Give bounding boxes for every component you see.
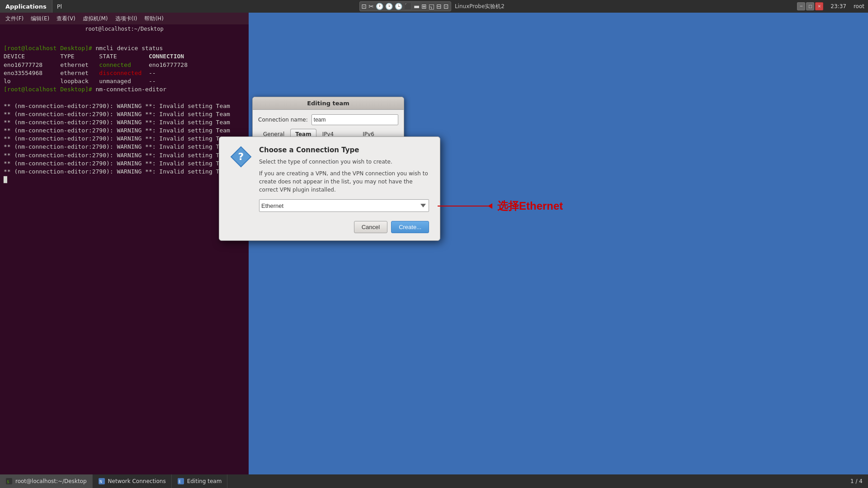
vm-controls[interactable]: ⊡ ✂ 🕐 🕑 🕒 ⬛ ▬ ⊞ ◱ ⊟ ⊡ <box>359 1 451 11</box>
svg-text:?: ? <box>238 151 244 162</box>
svg-text:E: E <box>179 480 181 484</box>
menu-tab[interactable]: 选项卡(I) <box>112 13 141 24</box>
editing-icon: E <box>177 478 184 485</box>
terminal-line-2: DEVICE TYPE STATE CONNECTION <box>4 53 184 60</box>
menu-help[interactable]: 帮助(H) <box>141 13 167 24</box>
choose-connection-dialog[interactable]: ? Choose a Connection Type Select the ty… <box>219 136 440 241</box>
terminal-line-5: lo loopback unmanaged -- <box>4 78 156 84</box>
connection-name-row: Connection name: <box>258 114 398 125</box>
terminal-menubar: 文件(F) 编辑(E) 查看(V) 虚拟机(M) 选项卡(I) 帮助(H) <box>0 13 249 24</box>
terminal-content[interactable]: [root@localhost Desktop]# nmcli device s… <box>0 33 249 195</box>
choose-dialog-desc1: Select the type of connection you wish t… <box>259 158 429 166</box>
terminal-warn-3: ** (nm-connection-editor:2790): WARNING … <box>4 119 230 126</box>
choose-dialog-desc2: If you are creating a VPN, and the VPN c… <box>259 169 429 194</box>
terminal-warn-1: ** (nm-connection-editor:2790): WARNING … <box>4 103 230 109</box>
vm-icon-10[interactable]: ⊟ <box>436 3 442 10</box>
choose-dialog-title: Choose a Connection Type <box>259 146 429 154</box>
taskbar-network-connections[interactable]: N Network Connections <box>93 474 172 488</box>
menu-edit[interactable]: 编辑(E) <box>27 13 53 24</box>
annotation-arrow <box>438 206 492 206</box>
vm-icon-1[interactable]: ⊡ <box>362 3 367 10</box>
menu-view[interactable]: 查看(V) <box>53 13 79 24</box>
menu-file[interactable]: 文件(F) <box>2 13 27 24</box>
choose-dialog-body: ? Choose a Connection Type Select the ty… <box>219 137 440 221</box>
terminal-warn-2: ** (nm-connection-editor:2790): WARNING … <box>4 111 230 117</box>
menu-vm[interactable]: 虚拟机(M) <box>79 13 112 24</box>
editing-dialog-title: Editing team <box>253 97 404 110</box>
taskbar-network-label: Network Connections <box>108 478 166 484</box>
terminal-icon: $ <box>5 478 13 485</box>
taskbar-terminal-label: root@localhost:~/Desktop <box>15 478 87 484</box>
terminal-warn-7: ** (nm-connection-editor:2790): WARNING … <box>4 152 230 159</box>
vm-icon-2[interactable]: ✂ <box>368 3 374 10</box>
network-icon: N <box>98 478 105 485</box>
vm-title: LinuxProbe实验机2 <box>455 3 505 10</box>
choose-dialog-footer: Cancel Create... <box>219 221 440 240</box>
window-controls[interactable]: ─ □ ✕ <box>797 2 823 10</box>
connection-type-dropdown[interactable]: Ethernet Wi-Fi Mobile Broadband DSL VPN … <box>259 199 429 212</box>
terminal-line-6: [root@localhost Desktop]# nm-connection-… <box>4 86 166 93</box>
vm-icon-6[interactable]: ⬛ <box>404 3 412 10</box>
svg-text:N: N <box>99 480 102 484</box>
connection-name-label: Connection name: <box>258 117 308 123</box>
vm-icon-11[interactable]: ⊡ <box>443 3 449 10</box>
clock: 23:37 <box>830 3 846 9</box>
vm-icon-4[interactable]: 🕑 <box>385 3 393 10</box>
vm-icon-7[interactable]: ▬ <box>414 3 420 10</box>
terminal-line-4: eno33554968 ethernet disconnected -- <box>4 70 156 76</box>
close-button[interactable]: ✕ <box>815 2 823 10</box>
bottom-taskbar: $ root@localhost:~/Desktop N Network Con… <box>0 474 868 488</box>
vm-icon-8[interactable]: ⊞ <box>421 3 427 10</box>
vm-icon-9[interactable]: ◱ <box>429 3 434 10</box>
taskbar-editing-team[interactable]: E Editing team <box>172 474 228 488</box>
connection-type-selector[interactable]: Ethernet Wi-Fi Mobile Broadband DSL VPN … <box>259 199 429 212</box>
terminal-line-1: [root@localhost Desktop]# nmcli device s… <box>4 45 163 52</box>
terminal-path: root@localhost:~/Desktop <box>85 26 163 32</box>
terminal-warn-5: ** (nm-connection-editor:2790): WARNING … <box>4 135 230 142</box>
terminal-warn-9: ** (nm-connection-editor:2790): WARNING … <box>4 168 230 175</box>
choose-create-button[interactable]: Create... <box>391 221 429 233</box>
terminal-cursor: █ <box>4 176 7 183</box>
minimize-button[interactable]: ─ <box>797 2 805 10</box>
svg-text:$: $ <box>7 479 9 484</box>
terminal-title-bar: root@localhost:~/Desktop <box>0 24 249 33</box>
terminal-warn-4: ** (nm-connection-editor:2790): WARNING … <box>4 127 230 134</box>
places-menu[interactable]: Pl <box>52 0 66 13</box>
username: root <box>854 3 864 9</box>
vm-icon-3[interactable]: 🕐 <box>376 3 383 10</box>
connection-name-input[interactable] <box>311 114 398 125</box>
choose-dialog-text: Choose a Connection Type Select the type… <box>259 146 429 212</box>
taskbar-page-info: 1 / 4 <box>850 478 868 484</box>
choose-cancel-button[interactable]: Cancel <box>354 221 387 233</box>
vm-icon-5[interactable]: 🕒 <box>395 3 402 10</box>
taskbar-editing-label: Editing team <box>187 478 222 484</box>
taskbar-terminal[interactable]: $ root@localhost:~/Desktop <box>0 474 93 488</box>
question-icon: ? <box>230 146 252 168</box>
terminal-warn-8: ** (nm-connection-editor:2790): WARNING … <box>4 160 230 167</box>
terminal-window: 文件(F) 编辑(E) 查看(V) 虚拟机(M) 选项卡(I) 帮助(H) ro… <box>0 13 249 474</box>
restore-button[interactable]: □ <box>806 2 814 10</box>
terminal-line-3: eno16777728 ethernet connected eno167777… <box>4 61 188 68</box>
top-taskbar: Applications Pl ⊡ ✂ 🕐 🕑 🕒 ⬛ ▬ ⊞ ◱ ⊟ ⊡ Li… <box>0 0 868 13</box>
terminal-warn-6: ** (nm-connection-editor:2790): WARNING … <box>4 143 230 150</box>
annotation: 选择Ethernet <box>438 199 563 213</box>
annotation-text: 选择Ethernet <box>497 199 563 213</box>
applications-menu[interactable]: Applications <box>0 0 52 13</box>
